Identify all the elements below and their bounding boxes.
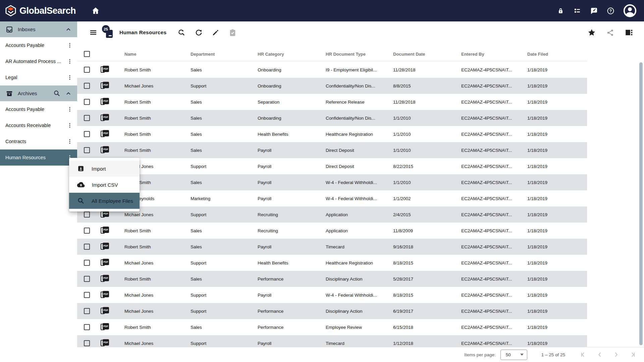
sidebar-item-human-resources[interactable]: Human Resources	[0, 149, 77, 166]
menu-icon[interactable]	[87, 26, 99, 39]
row-checkbox[interactable]	[84, 340, 90, 346]
table-row[interactable]: PDF Sally Reynolds Marketing Payroll W-4…	[77, 190, 587, 206]
sidebar-item-ar-automated-process[interactable]: AR Automated Process ...	[0, 53, 77, 69]
cell-date-filed: 1/18/2019	[522, 100, 587, 105]
items-per-page-select[interactable]: 50	[500, 350, 527, 360]
column-header-hr-document-type[interactable]: HR Document Type	[320, 52, 388, 57]
pdf-file-icon[interactable]: PDF	[101, 82, 109, 90]
star-icon[interactable]	[585, 26, 598, 39]
kebab-menu-icon[interactable]	[65, 57, 74, 66]
table-row[interactable]: PDF Michael Jones Support Performance Di…	[77, 303, 587, 319]
home-icon[interactable]	[91, 6, 100, 15]
pdf-file-icon[interactable]: PDF	[101, 210, 109, 219]
table-row[interactable]: PDF Michael Jones Support Health Benefit…	[77, 255, 587, 271]
menu-item-import-csv[interactable]: Import CSV	[69, 177, 140, 193]
pdf-file-icon[interactable]: PDF	[101, 98, 109, 106]
table-row[interactable]: PDF Robert Smith Sales Performance Emplo…	[77, 319, 587, 335]
table-row[interactable]: PDF Michael Jones Support Recruiting App…	[77, 206, 587, 223]
pdf-file-icon[interactable]: PDF	[101, 339, 109, 347]
table-row[interactable]: PDF Michael Jones Support Onboarding Con…	[77, 78, 587, 94]
next-page-icon[interactable]	[612, 351, 620, 359]
pdf-file-icon[interactable]: PDF	[101, 227, 109, 235]
kebab-menu-icon[interactable]	[65, 137, 74, 146]
row-checkbox[interactable]	[84, 260, 90, 266]
table-row[interactable]: PDF Robert Smith Sales Performance Disci…	[77, 271, 587, 287]
table-row[interactable]: PDF Robert Smith Sales Onboarding I9 - E…	[77, 62, 587, 78]
table-row[interactable]: PDF Robert Smith Sales Recruiting Applic…	[77, 223, 587, 239]
table-row[interactable]: PDF Robert Smith Sales Payroll W-4 - Fed…	[77, 174, 587, 190]
row-checkbox[interactable]	[84, 276, 90, 282]
row-checkbox[interactable]	[84, 67, 90, 73]
row-checkbox[interactable]	[84, 292, 90, 298]
pdf-file-icon[interactable]: PDF	[101, 114, 109, 122]
kebab-menu-icon[interactable]	[65, 41, 74, 50]
pdf-file-icon[interactable]: PDF	[101, 243, 109, 251]
pdf-file-icon[interactable]: PDF	[101, 323, 109, 331]
row-checkbox[interactable]	[84, 99, 90, 105]
sidebar-item-legal[interactable]: Legal	[0, 69, 77, 85]
column-header-date-filed[interactable]: Date Filed	[522, 52, 587, 57]
row-checkbox[interactable]	[84, 83, 90, 89]
table-row[interactable]: PDF Robert Smith Sales Onboarding Confid…	[77, 110, 587, 126]
table-row[interactable]: PDF Robert Smith Sales Payroll Timecard …	[77, 239, 587, 255]
sidebar-section-header-inboxes[interactable]: Inboxes	[0, 21, 77, 37]
account-icon[interactable]	[623, 4, 637, 17]
pdf-file-icon[interactable]: PDF	[101, 146, 109, 154]
table-row[interactable]: PDF Robert Smith Sales Payroll Direct De…	[77, 142, 587, 158]
table-row[interactable]: PDF Robert Smith Sales Separation Refere…	[77, 94, 587, 110]
view-list-icon[interactable]	[573, 7, 581, 15]
pdf-file-icon[interactable]: PDF	[101, 307, 109, 315]
first-page-icon[interactable]	[579, 351, 587, 359]
section-search-icon[interactable]	[53, 90, 60, 97]
chevron-up-icon[interactable]	[65, 90, 72, 97]
menu-item-all-employee-files[interactable]: All Employee Files	[69, 193, 140, 209]
lock-icon[interactable]	[557, 7, 565, 15]
sidebar-item-accounts-payable[interactable]: Accounts Payable	[0, 37, 77, 53]
column-header-document-date[interactable]: Document Date	[388, 52, 456, 57]
refresh-icon[interactable]	[193, 26, 205, 39]
table-row[interactable]: PDF Michael Jones Support Payroll W-4 - …	[77, 287, 587, 303]
row-checkbox[interactable]	[84, 244, 90, 250]
table-row[interactable]: PDF Michael Jones Support Payroll Timeca…	[77, 335, 587, 347]
row-checkbox[interactable]	[84, 131, 90, 137]
pdf-file-icon[interactable]: PDF	[101, 66, 109, 74]
select-all-checkbox[interactable]	[84, 51, 90, 57]
kebab-menu-icon[interactable]	[65, 121, 74, 130]
table-row[interactable]: PDF Robert Smith Sales Health Benefits H…	[77, 126, 587, 142]
column-header-hr-category[interactable]: HR Category	[252, 52, 320, 57]
help-icon[interactable]: ?	[607, 7, 614, 15]
pdf-file-icon[interactable]: PDF	[101, 275, 109, 283]
view-column-icon[interactable]	[623, 26, 635, 39]
vertical-scrollbar[interactable]	[639, 62, 643, 345]
pdf-file-icon[interactable]: PDF	[101, 130, 109, 138]
last-page-icon[interactable]	[629, 351, 637, 359]
column-header-department[interactable]: Department	[185, 52, 252, 57]
row-checkbox[interactable]	[84, 115, 90, 121]
feedback-icon[interactable]	[590, 7, 598, 15]
menu-item-import[interactable]: Import	[69, 161, 140, 177]
row-select-cell	[77, 147, 96, 153]
sidebar-item-accounts-payable[interactable]: Accounts Payable	[0, 101, 77, 117]
sidebar-item-accounts-receivable[interactable]: Accounts Receivable	[0, 117, 77, 133]
column-header-entered-by[interactable]: Entered By	[456, 52, 522, 57]
share-icon[interactable]	[604, 26, 616, 39]
row-checkbox[interactable]	[84, 212, 90, 218]
clipboard-check-icon[interactable]	[226, 26, 239, 39]
edit-icon[interactable]	[210, 26, 222, 39]
pdf-file-icon[interactable]: PDF	[101, 259, 109, 267]
row-thumbnail-cell: PDF	[96, 243, 119, 251]
row-checkbox[interactable]	[84, 147, 90, 153]
row-checkbox[interactable]	[84, 228, 90, 234]
kebab-menu-icon[interactable]	[65, 105, 74, 114]
pdf-file-icon[interactable]: PDF	[101, 291, 109, 299]
column-header-name[interactable]: Name	[119, 52, 185, 57]
table-row[interactable]: PDF Michael Jones Support Payroll Direct…	[77, 158, 587, 174]
row-checkbox[interactable]	[84, 308, 90, 314]
previous-page-icon[interactable]	[596, 351, 604, 359]
refine-search-icon[interactable]	[175, 26, 188, 39]
sidebar-item-contracts[interactable]: Contracts	[0, 133, 77, 149]
kebab-menu-icon[interactable]	[65, 73, 74, 82]
row-checkbox[interactable]	[84, 324, 90, 330]
sidebar-section-header-archives[interactable]: Archives	[0, 85, 77, 101]
chevron-up-icon[interactable]	[65, 26, 72, 33]
